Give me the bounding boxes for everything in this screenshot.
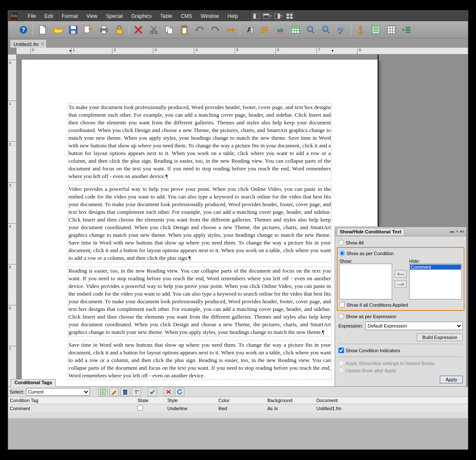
delete-button[interactable] — [132, 23, 145, 37]
menu-graphics[interactable]: Graphics — [127, 12, 156, 20]
cell-background: As Is — [266, 404, 315, 413]
col-style[interactable]: Style — [166, 397, 217, 404]
col-document[interactable]: Document — [315, 397, 468, 404]
menu-special[interactable]: Special — [102, 12, 127, 20]
text-tool-button[interactable]: T — [132, 388, 141, 396]
ruler-tick: 7 — [8, 346, 16, 351]
conditional-tags-table: Condition Tag State Style Color Backgrou… — [8, 397, 468, 412]
table-row[interactable]: Comment Underline Red As Is Untitled1.fm — [8, 404, 468, 413]
body-text-frame[interactable]: To make your document look professionall… — [68, 103, 332, 384]
paragraph-button[interactable] — [258, 23, 272, 37]
indent-button[interactable] — [400, 23, 413, 37]
build-expression-button[interactable]: Build Expression — [417, 334, 463, 341]
cut-button[interactable] — [147, 23, 161, 37]
horizontal-ruler[interactable]: 0 1 2 3 4 5 6 7 8 ▾ ▾ — [17, 48, 468, 55]
indent-marker-icon[interactable]: ▾ — [69, 49, 72, 53]
collapse-icon[interactable]: ◂◂ — [450, 229, 454, 234]
character-button[interactable]: ab — [273, 23, 287, 37]
close-tab-icon[interactable]: × — [41, 42, 44, 46]
indent-marker-icon[interactable]: ▾ — [332, 49, 334, 53]
menu-view[interactable]: View — [82, 12, 102, 20]
col-background[interactable]: Background — [266, 397, 315, 404]
cell-state[interactable] — [136, 404, 166, 413]
remove-tag-button[interactable] — [164, 388, 173, 396]
document-tab[interactable]: Untitled1.fm × — [10, 39, 47, 48]
paragraph[interactable]: Save time in Word with new buttons that … — [68, 341, 332, 380]
svg-marker-31 — [232, 28, 235, 32]
show-expression-radio[interactable] — [338, 313, 344, 319]
edit-tag-button[interactable] — [109, 388, 119, 396]
delete-tag-button[interactable] — [120, 388, 130, 396]
ruler-tick: 1 — [8, 101, 16, 106]
export-button[interactable] — [82, 23, 95, 37]
anchor-button[interactable] — [354, 23, 367, 37]
move-right-button[interactable]: ---> — [395, 280, 407, 288]
hide-list-item[interactable]: Comment — [410, 264, 461, 270]
find-button[interactable] — [304, 23, 318, 37]
copy-button[interactable] — [162, 23, 176, 37]
ruler-tick: 4 — [8, 223, 16, 228]
forward-arrow-button[interactable] — [224, 23, 237, 37]
workspace-icon-3[interactable]: ▾ — [274, 12, 283, 20]
state-checkbox[interactable] — [138, 405, 143, 411]
svg-point-41 — [360, 26, 362, 29]
svg-text:ab: ab — [277, 27, 283, 33]
app-frame: Fm File Edit Format View Special Graphic… — [8, 10, 468, 450]
spell-check-button[interactable]: abc — [335, 23, 348, 37]
show-all-label: Show All — [346, 240, 364, 245]
apply-nested-label: Apply Show/Hide settings to Nested Books — [346, 361, 435, 366]
svg-rect-25 — [168, 28, 172, 34]
conditional-tags-tab[interactable]: Conditional Tags — [11, 379, 56, 387]
hide-listbox[interactable]: Comment — [409, 264, 462, 299]
lock-button[interactable] — [112, 23, 126, 37]
help-button[interactable]: ? — [17, 23, 30, 37]
show-listbox[interactable] — [339, 264, 392, 299]
expression-select[interactable]: Default Expression — [365, 322, 463, 330]
close-icon[interactable]: × — [456, 229, 458, 234]
table-button[interactable] — [289, 23, 302, 37]
paragraph[interactable]: Reading is easier, too, in the new Readi… — [68, 267, 332, 336]
workspace-icon-4[interactable] — [285, 12, 294, 20]
text-format-button[interactable]: A — [243, 23, 256, 37]
workspace-icon-1[interactable] — [252, 12, 261, 20]
menu-cms[interactable]: CMS — [177, 12, 197, 20]
menu-edit[interactable]: Edit — [40, 12, 57, 20]
show-if-all-checkbox[interactable] — [339, 302, 345, 308]
col-color[interactable]: Color — [217, 397, 266, 404]
add-tag-button[interactable]: + — [98, 388, 108, 396]
pod-menu-icon[interactable]: ▾≡ — [460, 229, 465, 234]
show-indicators-checkbox[interactable] — [338, 348, 344, 353]
print-button[interactable] — [97, 23, 111, 37]
grid-button[interactable] — [384, 23, 398, 37]
undo-button[interactable] — [193, 23, 206, 37]
pod-header[interactable]: Show/Hide Conditional Text ◂◂ × ▾≡ — [335, 227, 466, 236]
menu-window[interactable]: Window — [197, 12, 224, 20]
move-left-button[interactable]: <--- — [395, 270, 407, 278]
select-scope-dropdown[interactable]: Current — [26, 388, 90, 396]
find-replace-button[interactable]: a — [319, 23, 333, 37]
paragraph[interactable]: To make your document look professionall… — [68, 103, 332, 181]
redo-button[interactable] — [208, 23, 222, 37]
apply-tag-button[interactable] — [148, 388, 157, 396]
show-all-radio[interactable] — [338, 240, 344, 245]
svg-marker-49 — [181, 389, 182, 391]
paragraph[interactable]: Video provides a powerful way to help yo… — [68, 185, 332, 262]
svg-rect-1 — [253, 14, 256, 19]
new-doc-button[interactable] — [36, 23, 49, 37]
menu-file[interactable]: File — [23, 12, 40, 20]
save-button[interactable] — [66, 23, 80, 37]
paste-button[interactable] — [178, 23, 191, 37]
col-state[interactable]: State — [136, 397, 166, 404]
menu-table[interactable]: Table — [156, 12, 177, 20]
apply-button[interactable]: Apply — [440, 376, 463, 383]
menu-help[interactable]: Help — [223, 12, 242, 20]
refresh-button[interactable] — [175, 388, 184, 396]
workspace-icon-2[interactable]: ▾ — [263, 12, 272, 20]
col-condition-tag[interactable]: Condition Tag — [8, 397, 136, 404]
open-button[interactable] — [51, 23, 65, 37]
svg-text:a: a — [324, 27, 326, 31]
show-condition-radio[interactable] — [339, 250, 345, 256]
vertical-ruler[interactable]: 0 1 2 3 4 5 6 7 8 — [8, 55, 17, 418]
page-layout-button[interactable] — [369, 23, 383, 37]
menu-format[interactable]: Format — [57, 12, 82, 20]
